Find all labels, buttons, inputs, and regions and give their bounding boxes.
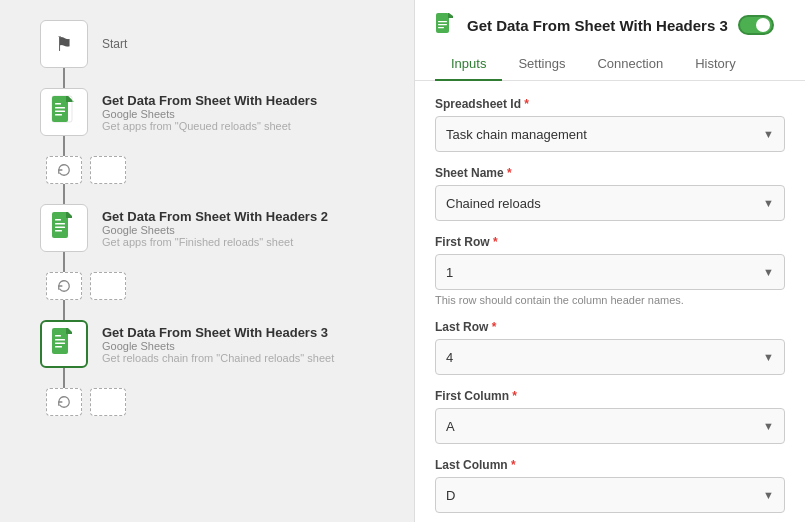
field-sheet-name: Sheet Name * Chained reloads ▼ — [435, 166, 785, 221]
svg-rect-14 — [55, 346, 62, 348]
sheets-svg-2 — [50, 211, 78, 245]
dropdown-first-row-arrow: ▼ — [763, 266, 774, 278]
svg-rect-16 — [436, 13, 449, 33]
tab-connection[interactable]: Connection — [581, 48, 679, 81]
dashed-box-1[interactable] — [90, 156, 126, 184]
detail-header: Get Data From Sheet With Headers 3 Input… — [415, 0, 805, 81]
field-label-first-row: First Row * — [435, 235, 785, 249]
svg-rect-7 — [55, 223, 65, 225]
tab-settings[interactable]: Settings — [502, 48, 581, 81]
svg-rect-12 — [55, 339, 65, 341]
connector-3 — [63, 184, 65, 204]
svg-rect-4 — [55, 114, 62, 116]
node1-title: Get Data From Sheet With Headers — [102, 93, 317, 108]
dropdown-last-row-value: 4 — [446, 350, 453, 365]
svg-rect-18 — [438, 24, 447, 25]
svg-rect-17 — [438, 21, 447, 22]
svg-rect-19 — [438, 27, 444, 28]
connector-4 — [63, 252, 65, 272]
dashed-box-2[interactable] — [90, 272, 126, 300]
dropdown-last-row[interactable]: 4 ▼ — [435, 339, 785, 375]
field-label-last-column: Last Column * — [435, 458, 785, 472]
node1-label: Get Data From Sheet With Headers Google … — [102, 93, 317, 132]
node3-title: Get Data From Sheet With Headers 3 — [102, 325, 334, 340]
connector-6 — [63, 368, 65, 388]
title-row: Get Data From Sheet With Headers 3 — [435, 12, 785, 38]
node3[interactable]: Get Data From Sheet With Headers 3 Googl… — [40, 320, 334, 368]
title-icon — [435, 12, 457, 38]
node3-label: Get Data From Sheet With Headers 3 Googl… — [102, 325, 334, 364]
flow-container: ⚑ Start Get Data Fr — [20, 20, 394, 416]
reload-icon-3[interactable] — [46, 388, 82, 416]
dropdown-first-column-value: A — [446, 419, 455, 434]
node1-desc: Get apps from "Queued reloads" sheet — [102, 120, 317, 132]
dropdown-first-column[interactable]: A ▼ — [435, 408, 785, 444]
dropdown-first-column-arrow: ▼ — [763, 420, 774, 432]
node2-icon — [40, 204, 88, 252]
reload-icon-2[interactable] — [46, 272, 82, 300]
field-spreadsheet-id: Spreadsheet Id * Task chain management ▼ — [435, 97, 785, 152]
tab-bar: Inputs Settings Connection History — [435, 48, 785, 80]
tab-inputs[interactable]: Inputs — [435, 48, 502, 81]
field-last-column: Last Column * D ▼ — [435, 458, 785, 513]
reload-svg-1 — [57, 163, 71, 177]
dashed-box-3[interactable] — [90, 388, 126, 416]
svg-rect-9 — [55, 230, 62, 232]
connector-2 — [63, 136, 65, 156]
reload-svg-2 — [57, 279, 71, 293]
svg-rect-15 — [55, 335, 61, 337]
node2-title: Get Data From Sheet With Headers 2 — [102, 209, 328, 224]
svg-rect-11 — [52, 328, 68, 354]
node2[interactable]: Get Data From Sheet With Headers 2 Googl… — [40, 204, 328, 252]
flag-icon: ⚑ — [55, 32, 73, 56]
field-label-last-row: Last Row * — [435, 320, 785, 334]
dropdown-last-column-arrow: ▼ — [763, 489, 774, 501]
detail-panel: Get Data From Sheet With Headers 3 Input… — [415, 0, 805, 522]
dropdown-first-row[interactable]: 1 ▼ — [435, 254, 785, 290]
start-label: Start — [102, 37, 127, 51]
field-label-spreadsheet-id: Spreadsheet Id * — [435, 97, 785, 111]
node2-label: Get Data From Sheet With Headers 2 Googl… — [102, 209, 328, 248]
dropdown-spreadsheet-arrow: ▼ — [763, 128, 774, 140]
reload-row-3 — [40, 388, 126, 416]
connector-5 — [63, 300, 65, 320]
dropdown-sheet-arrow: ▼ — [763, 197, 774, 209]
start-node[interactable]: ⚑ Start — [40, 20, 127, 68]
connector-1 — [63, 68, 65, 88]
dropdown-sheet-value: Chained reloads — [446, 196, 541, 211]
sheets-svg-3 — [50, 327, 78, 361]
node1[interactable]: Get Data From Sheet With Headers Google … — [40, 88, 317, 136]
field-first-column: First Column * A ▼ — [435, 389, 785, 444]
dropdown-sheet-name[interactable]: Chained reloads ▼ — [435, 185, 785, 221]
dropdown-spreadsheet-id[interactable]: Task chain management ▼ — [435, 116, 785, 152]
field-last-row: Last Row * 4 ▼ — [435, 320, 785, 375]
field-hint-first-row: This row should contain the column heade… — [435, 294, 785, 306]
inputs-body: Spreadsheet Id * Task chain management ▼… — [415, 81, 805, 522]
svg-rect-2 — [55, 107, 65, 109]
field-label-sheet-name: Sheet Name * — [435, 166, 785, 180]
flow-panel: ⚑ Start Get Data Fr — [0, 0, 415, 522]
reload-row-1 — [40, 156, 126, 184]
svg-rect-8 — [55, 227, 65, 229]
node2-subtitle: Google Sheets — [102, 224, 328, 236]
svg-rect-3 — [55, 111, 65, 113]
node2-desc: Get apps from "Finished reloads" sheet — [102, 236, 328, 248]
dropdown-first-row-value: 1 — [446, 265, 453, 280]
sheets-svg-1 — [50, 95, 78, 129]
toggle-bg[interactable] — [738, 15, 774, 35]
toggle-switch[interactable] — [738, 15, 774, 35]
title-sheets-icon — [435, 12, 457, 38]
svg-rect-5 — [55, 103, 61, 105]
tab-history[interactable]: History — [679, 48, 751, 81]
node1-subtitle: Google Sheets — [102, 108, 317, 120]
svg-rect-10 — [55, 219, 61, 221]
toggle-knob — [756, 18, 770, 32]
node1-icon — [40, 88, 88, 136]
reload-svg-3 — [57, 395, 71, 409]
dropdown-last-column-value: D — [446, 488, 455, 503]
reload-icon-1[interactable] — [46, 156, 82, 184]
svg-rect-13 — [55, 343, 65, 345]
dropdown-last-column[interactable]: D ▼ — [435, 477, 785, 513]
node3-subtitle: Google Sheets — [102, 340, 334, 352]
dropdown-spreadsheet-value: Task chain management — [446, 127, 587, 142]
